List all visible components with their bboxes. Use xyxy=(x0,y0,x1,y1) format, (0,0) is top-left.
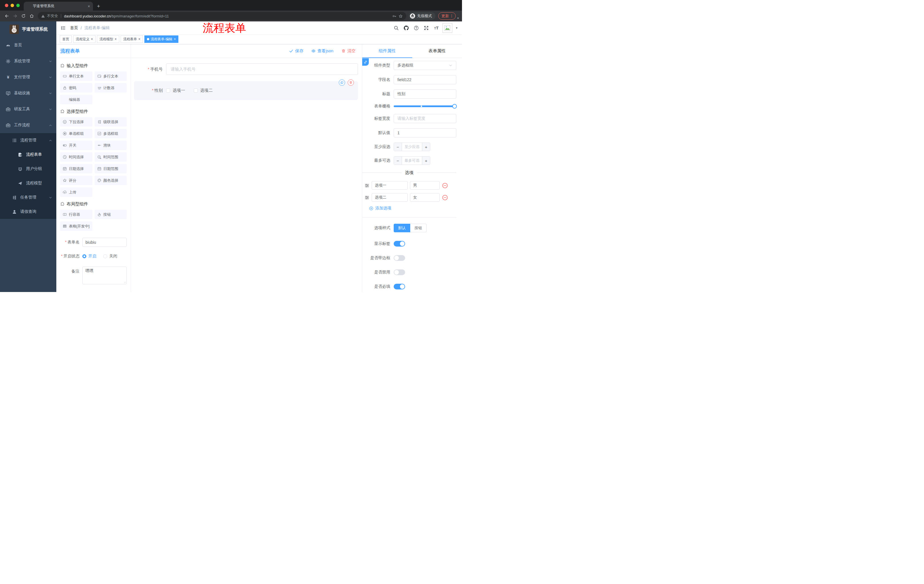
password-key-icon[interactable] xyxy=(392,14,396,18)
stepper-plus-button[interactable]: + xyxy=(422,156,430,165)
delete-widget-button[interactable] xyxy=(348,79,354,86)
palette-item-time-range[interactable]: 时间范围 xyxy=(95,152,127,162)
bookmark-star-icon[interactable] xyxy=(399,14,403,18)
palette-item-radio-group[interactable]: 单选框组 xyxy=(60,129,92,138)
github-button[interactable] xyxy=(403,24,410,32)
sidebar-item-home[interactable]: 首页 xyxy=(0,37,56,53)
sidebar-item-leave-query[interactable]: 请假查询 xyxy=(0,204,56,219)
palette-item-time-picker[interactable]: 时间选择 xyxy=(60,152,92,162)
phone-input[interactable]: 请输入手机号 xyxy=(166,63,358,75)
palette-item-date-range[interactable]: 日期范围 xyxy=(95,164,127,173)
palette-item-cascader[interactable]: 级联选择 xyxy=(95,117,127,127)
forward-button[interactable] xyxy=(11,12,19,20)
default-value-input[interactable]: 1 xyxy=(394,128,456,137)
sidebar-item-user-group[interactable]: 用户分组 xyxy=(0,162,56,176)
avatar[interactable] xyxy=(442,23,452,33)
drawer-handle[interactable] xyxy=(362,58,369,66)
palette-item-color-picker[interactable]: 颜色选择 xyxy=(95,176,127,185)
palette-item-counter[interactable]: 123计数器 xyxy=(95,83,127,92)
browser-update-button[interactable]: 更新 xyxy=(438,12,456,20)
option-value-input[interactable]: 女 xyxy=(410,193,440,202)
disabled-toggle[interactable] xyxy=(394,270,405,275)
add-option-button[interactable]: 添加选项 xyxy=(369,206,456,211)
sidebar-item-devtools[interactable]: 研发工具 xyxy=(0,101,56,117)
min-checked-input[interactable]: 至少应选 xyxy=(402,143,422,151)
fullscreen-button[interactable] xyxy=(422,24,430,32)
sidebar-item-process-mgmt[interactable]: 流程管理 xyxy=(0,133,56,147)
address-bar[interactable]: 不安全 dashboard.yudao.iocoder.cn/bpm/manag… xyxy=(38,12,406,20)
stepper-minus-button[interactable]: − xyxy=(394,156,402,165)
option-style-button-button[interactable]: 按钮 xyxy=(410,224,427,232)
option-style-default-button[interactable]: 默认 xyxy=(394,224,410,232)
border-toggle[interactable] xyxy=(394,255,405,261)
home-button[interactable] xyxy=(28,12,35,20)
tag-process-model[interactable]: 流程模型× xyxy=(97,35,119,43)
label-width-input[interactable]: 请输入标签宽度 xyxy=(394,114,456,123)
palette-item-slider[interactable]: 滑块 xyxy=(95,141,127,150)
palette-item-table-dev[interactable]: 表格[开发中] xyxy=(60,221,92,231)
palette-item-date-picker[interactable]: 日期选择 xyxy=(60,164,92,173)
reload-button[interactable] xyxy=(20,12,27,20)
palette-item-single-line-text[interactable]: 单行文本 xyxy=(60,71,92,81)
tag-home[interactable]: 首页 xyxy=(60,35,72,43)
tag-process-definition[interactable]: 流程定义× xyxy=(73,35,96,43)
gender-option-1[interactable]: 选项一 xyxy=(166,88,185,93)
required-toggle[interactable] xyxy=(394,284,405,290)
field-name-input[interactable]: field122 xyxy=(394,75,456,84)
selected-widget-gender[interactable]: *性别 选项一选项二 xyxy=(134,81,358,100)
title-input[interactable]: 性别 xyxy=(394,89,456,99)
status-on-radio[interactable]: 开启 xyxy=(82,254,96,259)
checkbox[interactable] xyxy=(194,89,198,92)
show-label-toggle[interactable] xyxy=(394,241,405,247)
form-grid-slider[interactable] xyxy=(394,105,454,107)
close-tag-icon[interactable]: × xyxy=(139,38,140,41)
sidebar-item-process-model[interactable]: 流程模型 xyxy=(0,176,56,190)
palette-item-switch[interactable]: 开关 xyxy=(60,141,92,150)
collapse-sidebar-button[interactable] xyxy=(56,21,70,34)
sidebar-item-system[interactable]: 系统管理 xyxy=(0,53,56,69)
palette-item-editor[interactable]: 编辑器 xyxy=(60,95,92,104)
gender-option-2[interactable]: 选项二 xyxy=(194,88,213,93)
copy-widget-button[interactable] xyxy=(339,79,345,86)
palette-item-button[interactable]: 按钮 xyxy=(95,210,127,219)
back-button[interactable] xyxy=(3,12,11,20)
option-value-input[interactable]: 男 xyxy=(410,181,440,190)
close-tag-icon[interactable]: × xyxy=(115,38,117,41)
option-label-input[interactable]: 选项二 xyxy=(372,193,408,202)
font-size-button[interactable]: TT xyxy=(432,24,440,32)
search-button[interactable] xyxy=(393,24,400,32)
tab-form-props[interactable]: 表单属性 xyxy=(412,44,462,58)
help-button[interactable] xyxy=(412,24,420,32)
palette-item-password[interactable]: 密码 xyxy=(60,83,92,92)
close-tab-icon[interactable]: × xyxy=(88,4,90,8)
status-off-radio[interactable]: 关闭 xyxy=(103,254,117,259)
close-window-button[interactable] xyxy=(5,4,8,7)
profile-caret-icon[interactable]: ▾ xyxy=(457,17,459,20)
checkbox[interactable] xyxy=(166,89,170,92)
sidebar-item-infrastructure[interactable]: 基础设施 xyxy=(0,85,56,101)
sidebar-item-task-mgmt[interactable]: 任务管理 xyxy=(0,190,56,204)
avatar-caret-icon[interactable]: ▼ xyxy=(455,26,458,30)
close-tag-icon[interactable]: × xyxy=(91,38,93,41)
view-json-button[interactable]: 查看json xyxy=(311,48,333,54)
sidebar-item-workflow[interactable]: 工作流程 xyxy=(0,117,56,133)
tab-component-props[interactable]: 组件属性 xyxy=(362,44,412,58)
tag-process-form-edit[interactable]: 流程表单-编辑× xyxy=(144,35,178,43)
palette-item-row-container[interactable]: 行容器 xyxy=(60,210,92,219)
slider-handle[interactable] xyxy=(452,104,457,109)
option-label-input[interactable]: 选项一 xyxy=(372,181,408,190)
palette-item-multi-line-text[interactable]: 多行文本 xyxy=(95,71,127,81)
form-remark-textarea[interactable]: 嘿嘿 xyxy=(82,267,127,284)
sidebar-item-payment[interactable]: ¥支付管理 xyxy=(0,69,56,85)
sidebar-item-process-form[interactable]: 流程表单 xyxy=(0,147,56,162)
form-name-input[interactable]: biubiu xyxy=(82,238,127,247)
resize-handle-icon[interactable] xyxy=(123,281,126,283)
new-tab-button[interactable]: + xyxy=(97,3,100,9)
sidebar-logo[interactable]: 芋道管理系统 xyxy=(0,21,56,37)
tag-process-form[interactable]: 流程表单× xyxy=(120,35,143,43)
remove-option-button[interactable] xyxy=(442,183,448,189)
breadcrumb-home[interactable]: 首页 xyxy=(70,25,78,31)
remove-option-button[interactable] xyxy=(442,194,448,201)
minimize-window-button[interactable] xyxy=(11,4,14,7)
zoom-window-button[interactable] xyxy=(16,4,20,7)
